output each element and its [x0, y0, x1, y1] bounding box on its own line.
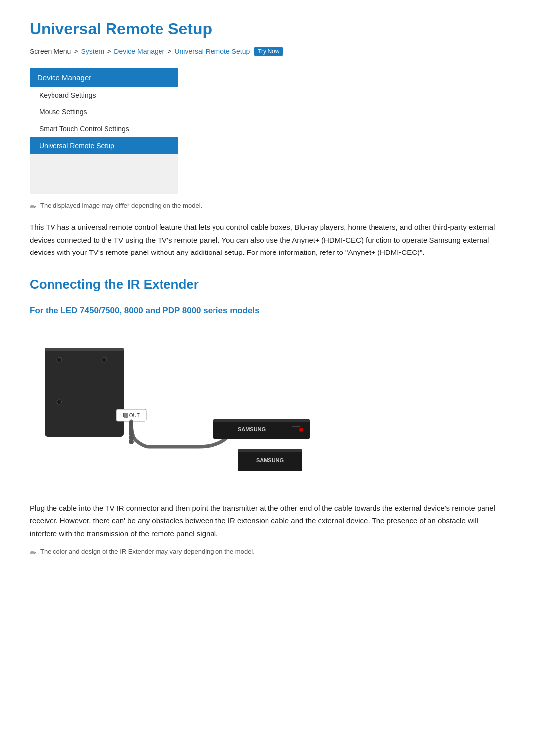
- svg-point-4: [57, 400, 62, 404]
- body-text-2: Plug the cable into the TV IR connector …: [30, 502, 505, 540]
- bc-device-manager[interactable]: Device Manager: [114, 48, 164, 55]
- diagram-svg: IR OUT SAMSUNG SAMSUNG: [30, 333, 327, 483]
- dm-item-mouse[interactable]: Mouse Settings: [30, 103, 178, 120]
- svg-point-15: [299, 428, 303, 432]
- svg-point-3: [102, 357, 107, 362]
- dm-item-universal-remote[interactable]: Universal Remote Setup: [30, 137, 178, 154]
- note-icon-1: ✏: [30, 202, 36, 212]
- bc-sep-2: >: [107, 48, 111, 55]
- bc-system[interactable]: System: [81, 48, 104, 55]
- dm-item-keyboard[interactable]: Keyboard Settings: [30, 87, 178, 103]
- svg-rect-13: [213, 419, 310, 422]
- svg-rect-7: [124, 413, 128, 418]
- section-title-ir: Connecting the IR Extender: [30, 277, 505, 292]
- note-icon-2: ✏: [30, 548, 36, 557]
- svg-text:SAMSUNG: SAMSUNG: [256, 457, 284, 463]
- note-2-row: ✏ The color and design of the IR Extende…: [30, 548, 505, 557]
- svg-rect-0: [45, 348, 124, 437]
- subsection-title-models: For the LED 7450/7500, 8000 and PDP 8000…: [30, 306, 505, 316]
- svg-point-2: [57, 357, 62, 362]
- device-manager-panel: Device Manager Keyboard Settings Mouse S…: [30, 68, 178, 194]
- dm-item-smart-touch[interactable]: Smart Touch Control Settings: [30, 120, 178, 137]
- breadcrumb: Screen Menu > System > Device Manager > …: [30, 47, 505, 56]
- ir-extender-diagram: IR OUT SAMSUNG SAMSUNG: [30, 328, 505, 488]
- page-title: Universal Remote Setup: [30, 20, 505, 38]
- bc-sep-1: >: [74, 48, 78, 55]
- device-manager-header: Device Manager: [30, 68, 178, 87]
- note-1-text: The displayed image may differ depending…: [40, 202, 202, 209]
- bc-universal-remote[interactable]: Universal Remote Setup: [174, 48, 250, 55]
- svg-rect-18: [238, 449, 302, 452]
- note-1-row: ✏ The displayed image may differ dependi…: [30, 202, 505, 212]
- bc-sep-3: >: [167, 48, 171, 55]
- try-now-button[interactable]: Try Now: [254, 47, 283, 56]
- svg-rect-1: [45, 348, 124, 351]
- svg-text:SAMSUNG: SAMSUNG: [238, 426, 266, 432]
- note-2-text: The color and design of the IR Extender …: [40, 548, 255, 555]
- intro-body-text: This TV has a universal remote control f…: [30, 221, 505, 259]
- bc-screen-menu: Screen Menu: [30, 48, 71, 55]
- svg-point-11: [129, 439, 134, 444]
- dm-spacer: [30, 154, 178, 194]
